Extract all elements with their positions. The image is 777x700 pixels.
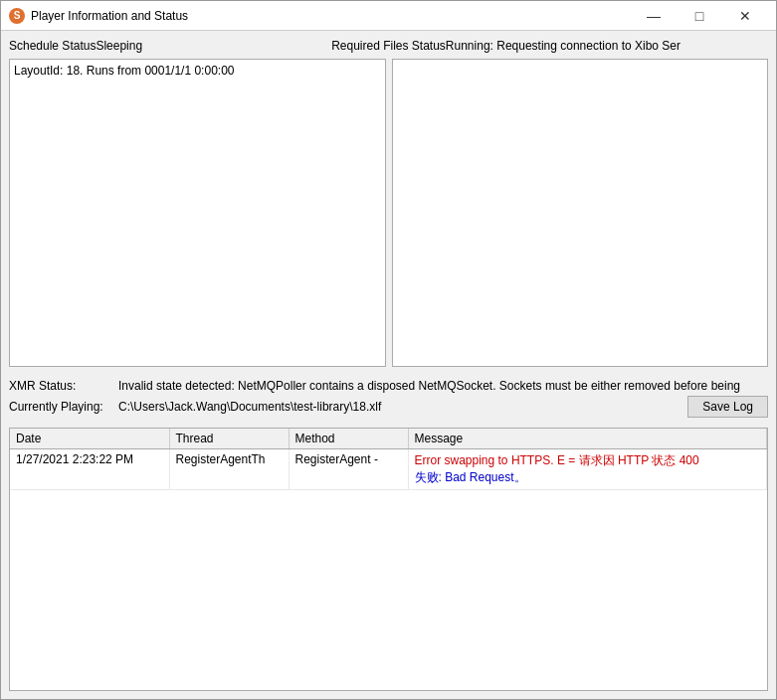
schedule-status-item: Schedule Status Sleeping: [9, 39, 142, 53]
cell-date: 1/27/2021 2:23:22 PM: [10, 449, 169, 490]
xmr-status-value: Invalid state detected: NetMQPoller cont…: [118, 377, 740, 396]
schedule-status-value: Sleeping: [96, 39, 142, 53]
minimize-button[interactable]: —: [631, 1, 677, 31]
left-panel-content[interactable]: LayoutId: 18. Runs from 0001/1/1 0:00:00: [9, 59, 386, 367]
left-panel: LayoutId: 18. Runs from 0001/1/1 0:00:00: [9, 59, 386, 367]
cell-thread: RegisterAgentTh: [169, 449, 289, 490]
panels-row: LayoutId: 18. Runs from 0001/1/1 0:00:00: [9, 59, 768, 367]
content-area: Schedule Status Sleeping Required Files …: [1, 31, 776, 699]
left-panel-text: LayoutId: 18. Runs from 0001/1/1 0:00:00: [14, 64, 234, 78]
col-thread: Thread: [169, 429, 289, 449]
cell-method: RegisterAgent -: [289, 449, 408, 490]
xmr-status-line: XMR Status: Invalid state detected: NetM…: [9, 377, 768, 396]
right-panel-content[interactable]: [392, 59, 769, 367]
maximize-button[interactable]: □: [677, 1, 722, 31]
currently-playing-value: C:\Users\Jack.Wang\Documents\test-librar…: [118, 398, 381, 417]
table-row: 1/27/2021 2:23:22 PMRegisterAgentThRegis…: [10, 449, 767, 490]
schedule-status-label: Schedule Status: [9, 39, 96, 53]
currently-playing-line: Currently Playing: C:\Users\Jack.Wang\Do…: [9, 398, 381, 417]
currently-playing-label: Currently Playing:: [9, 398, 118, 417]
status-row: Schedule Status Sleeping Required Files …: [9, 39, 768, 53]
save-log-button[interactable]: Save Log: [687, 396, 768, 418]
info-section: XMR Status: Invalid state detected: NetM…: [9, 373, 768, 422]
log-table-container[interactable]: Date Thread Method Message 1/27/2021 2:2…: [9, 428, 768, 691]
required-files-value: Running: Requesting connection to Xibo S…: [446, 39, 680, 53]
required-files-status-item: Required Files Status Running: Requestin…: [331, 39, 680, 53]
right-panel: [392, 59, 769, 367]
main-window: S Player Information and Status — □ ✕ Sc…: [0, 0, 777, 700]
table-header-row: Date Thread Method Message: [10, 429, 767, 449]
cell-message: Error swapping to HTTPS. E = 请求因 HTTP 状态…: [408, 449, 767, 490]
app-icon: S: [9, 8, 25, 24]
window-title: Player Information and Status: [31, 9, 631, 23]
title-bar: S Player Information and Status — □ ✕: [1, 1, 776, 31]
xmr-status-label: XMR Status:: [9, 377, 118, 396]
title-bar-buttons: — □ ✕: [631, 1, 768, 31]
close-button[interactable]: ✕: [722, 1, 768, 31]
col-message: Message: [408, 429, 767, 449]
col-method: Method: [289, 429, 408, 449]
log-table: Date Thread Method Message 1/27/2021 2:2…: [10, 429, 767, 490]
required-files-label: Required Files Status: [331, 39, 446, 53]
col-date: Date: [10, 429, 169, 449]
